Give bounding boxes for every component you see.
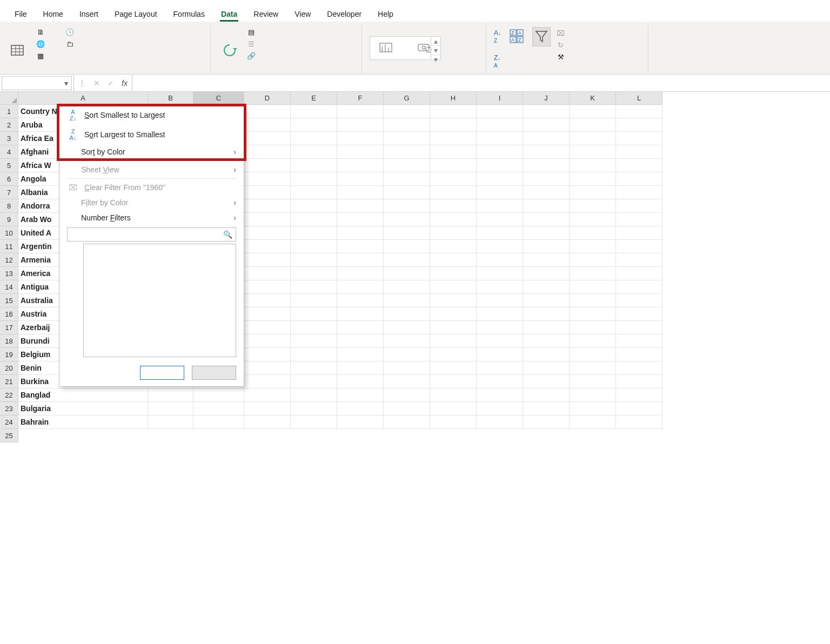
cell[interactable] <box>193 388 244 402</box>
row-header[interactable]: 15 <box>0 294 18 307</box>
cell[interactable] <box>384 280 430 294</box>
cell[interactable] <box>430 375 477 388</box>
cell[interactable] <box>337 361 384 375</box>
cell[interactable] <box>384 172 430 186</box>
cell[interactable] <box>570 415 616 429</box>
cell[interactable] <box>291 226 337 240</box>
cell[interactable]: Banglad <box>18 388 148 402</box>
row-header[interactable]: 17 <box>0 321 18 334</box>
column-header[interactable]: K <box>570 92 616 105</box>
cell[interactable] <box>616 240 662 253</box>
tab-data[interactable]: Data <box>220 8 238 22</box>
cell[interactable] <box>616 334 662 348</box>
row-header[interactable]: 2 <box>0 118 18 132</box>
cell[interactable] <box>616 361 662 375</box>
cell[interactable] <box>384 253 430 267</box>
cell[interactable] <box>291 213 337 226</box>
cell[interactable] <box>477 334 523 348</box>
cell[interactable] <box>430 226 477 240</box>
cell[interactable] <box>477 132 523 145</box>
cell[interactable] <box>477 307 523 321</box>
cell[interactable] <box>570 145 616 159</box>
cell[interactable] <box>337 307 384 321</box>
cell[interactable] <box>337 240 384 253</box>
cell[interactable] <box>477 348 523 361</box>
cell[interactable] <box>384 118 430 132</box>
cell[interactable] <box>616 118 662 132</box>
sort-ascending-item[interactable]: AZ↓ Sort Smallest to Largest <box>59 105 244 125</box>
cell[interactable] <box>523 267 570 280</box>
cell[interactable] <box>430 361 477 375</box>
row-header[interactable]: 8 <box>0 199 18 213</box>
row-header[interactable]: 16 <box>0 307 18 321</box>
cell[interactable] <box>291 145 337 159</box>
cell[interactable] <box>477 280 523 294</box>
cell[interactable] <box>430 334 477 348</box>
cell[interactable] <box>430 294 477 307</box>
ok-button[interactable] <box>140 366 184 380</box>
cell[interactable] <box>384 415 430 429</box>
row-header[interactable]: 21 <box>0 375 18 388</box>
cell[interactable] <box>244 307 291 321</box>
cell[interactable] <box>244 267 291 280</box>
cell[interactable] <box>477 415 523 429</box>
cell[interactable] <box>244 132 291 145</box>
row-header[interactable]: 6 <box>0 172 18 186</box>
cell[interactable] <box>570 226 616 240</box>
cell[interactable] <box>244 240 291 253</box>
cell[interactable] <box>337 294 384 307</box>
cell[interactable] <box>148 388 193 402</box>
cell[interactable] <box>430 159 477 172</box>
cell[interactable] <box>477 226 523 240</box>
cell[interactable] <box>477 159 523 172</box>
cell[interactable] <box>148 415 193 429</box>
row-header[interactable]: 12 <box>0 253 18 267</box>
cell[interactable] <box>430 145 477 159</box>
column-header[interactable]: E <box>291 92 337 105</box>
cell[interactable] <box>570 375 616 388</box>
cell[interactable] <box>384 226 430 240</box>
cell[interactable] <box>384 186 430 199</box>
cell[interactable] <box>384 199 430 213</box>
cell[interactable] <box>477 105 523 118</box>
cell[interactable] <box>244 172 291 186</box>
cell[interactable] <box>291 186 337 199</box>
get-data-button[interactable] <box>8 27 30 61</box>
cell[interactable] <box>244 321 291 334</box>
cell[interactable] <box>291 402 337 415</box>
cell[interactable] <box>477 240 523 253</box>
cell[interactable] <box>244 402 291 415</box>
cell[interactable] <box>523 348 570 361</box>
cell[interactable] <box>384 213 430 226</box>
cell[interactable] <box>523 159 570 172</box>
cell[interactable] <box>477 199 523 213</box>
cell[interactable]: Bulgaria <box>18 402 148 415</box>
cell[interactable] <box>244 334 291 348</box>
cancel-button[interactable] <box>192 366 236 380</box>
column-header[interactable]: L <box>616 92 662 105</box>
cell[interactable] <box>616 388 662 402</box>
row-header[interactable]: 10 <box>0 226 18 240</box>
column-header[interactable]: H <box>430 92 477 105</box>
cell[interactable] <box>616 145 662 159</box>
tab-file[interactable]: File <box>14 8 28 22</box>
tab-page-layout[interactable]: Page Layout <box>113 8 158 22</box>
cell[interactable] <box>291 280 337 294</box>
cell[interactable] <box>570 118 616 132</box>
cell[interactable] <box>291 132 337 145</box>
row-header[interactable]: 22 <box>0 388 18 402</box>
cell[interactable] <box>523 132 570 145</box>
cell[interactable] <box>616 253 662 267</box>
cell[interactable] <box>337 186 384 199</box>
cell[interactable] <box>570 361 616 375</box>
cell[interactable] <box>291 267 337 280</box>
cell[interactable] <box>523 402 570 415</box>
cell[interactable] <box>291 240 337 253</box>
data-types-gallery[interactable]: ▴▾▾ <box>370 36 441 60</box>
cell[interactable] <box>291 159 337 172</box>
cell[interactable] <box>244 186 291 199</box>
cell[interactable] <box>430 348 477 361</box>
cell[interactable] <box>244 199 291 213</box>
cell[interactable] <box>616 213 662 226</box>
cell[interactable] <box>384 307 430 321</box>
